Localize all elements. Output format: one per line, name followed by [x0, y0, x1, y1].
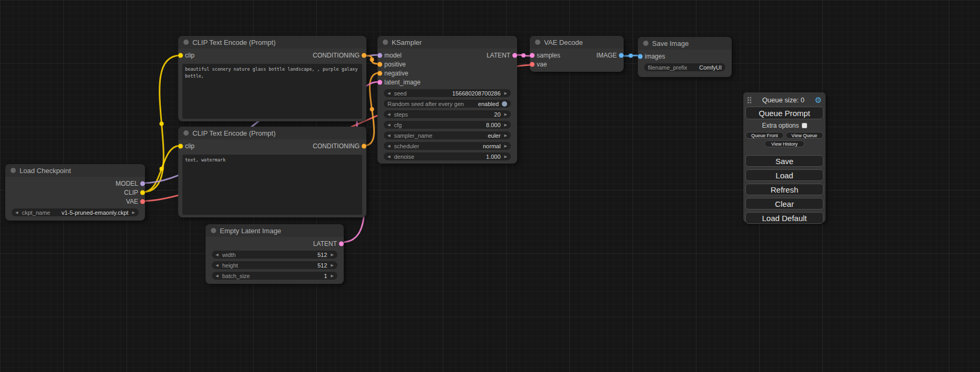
- output-dot-latent[interactable]: [339, 241, 344, 246]
- output-dot-image[interactable]: [619, 53, 624, 58]
- node-clip-text-encode-negative[interactable]: CLIP Text Encode (Prompt) clip CONDITION…: [178, 127, 366, 217]
- extra-options-checkbox[interactable]: [802, 123, 807, 128]
- widget-label: filename_prefix: [648, 64, 687, 71]
- node-title: Save Image: [652, 40, 688, 47]
- view-history-button[interactable]: View History: [764, 140, 804, 147]
- node-load-checkpoint[interactable]: Load Checkpoint MODEL CLIP VAE ◀ ckpt_na…: [5, 164, 145, 221]
- prompt-textarea[interactable]: beautiful scenery nature glass bottle la…: [182, 64, 362, 119]
- increment-arrow-icon[interactable]: ▶: [132, 211, 135, 214]
- decrement-arrow-icon[interactable]: ◀: [15, 211, 18, 214]
- decrement-arrow-icon[interactable]: ◀: [387, 155, 390, 158]
- increment-arrow-icon[interactable]: ▶: [504, 91, 507, 95]
- output-dot-conditioning[interactable]: [362, 53, 366, 58]
- link-wire: [143, 55, 180, 192]
- increment-arrow-icon[interactable]: ▶: [504, 123, 507, 127]
- input-dot-latent-image[interactable]: [377, 80, 382, 84]
- filename-prefix-widget[interactable]: filename_prefix ComfyUI: [644, 63, 725, 71]
- decrement-arrow-icon[interactable]: ◀: [387, 123, 390, 127]
- output-dot-clip[interactable]: [140, 190, 145, 195]
- steps-widget[interactable]: ◀ steps 20 ▶: [384, 110, 511, 118]
- increment-arrow-icon[interactable]: ▶: [504, 155, 507, 158]
- collapse-dot-icon[interactable]: [211, 228, 216, 233]
- increment-arrow-icon[interactable]: ▶: [331, 274, 334, 278]
- random-seed-toggle-widget[interactable]: Random seed after every gen enabled: [384, 100, 511, 108]
- collapse-dot-icon[interactable]: [535, 40, 540, 45]
- output-dot-model[interactable]: [140, 181, 145, 186]
- node-title-bar[interactable]: Save Image: [638, 37, 732, 50]
- widget-value: 512: [317, 262, 327, 269]
- node-vae-decode[interactable]: VAE Decode samples IMAGE vae: [530, 36, 624, 72]
- wire-midpoint-dot: [160, 167, 164, 171]
- queue-prompt-button[interactable]: Queue Prompt: [745, 107, 823, 119]
- node-title-bar[interactable]: Load Checkpoint: [5, 164, 145, 177]
- node-title-bar[interactable]: CLIP Text Encode (Prompt): [178, 127, 366, 139]
- sampler-name-widget[interactable]: ◀ sampler_name euler ▶: [384, 131, 511, 139]
- input-dot-clip[interactable]: [178, 144, 183, 148]
- decrement-arrow-icon[interactable]: ◀: [216, 263, 218, 267]
- view-queue-button[interactable]: View Queue: [785, 132, 824, 139]
- queue-front-button[interactable]: Queue Front: [745, 132, 784, 139]
- input-dot-clip[interactable]: [178, 53, 183, 58]
- input-dot-negative[interactable]: [377, 71, 382, 75]
- output-dot-vae[interactable]: [140, 199, 145, 204]
- node-empty-latent-image[interactable]: Empty Latent Image LATENT ◀ width 512 ▶ …: [206, 224, 344, 284]
- node-title-bar[interactable]: Empty Latent Image: [206, 224, 344, 237]
- node-clip-text-encode-positive[interactable]: CLIP Text Encode (Prompt) clip CONDITION…: [178, 36, 366, 121]
- node-title-bar[interactable]: CLIP Text Encode (Prompt): [178, 36, 366, 49]
- input-dot-vae[interactable]: [530, 62, 535, 66]
- collapse-dot-icon[interactable]: [383, 40, 388, 45]
- width-widget[interactable]: ◀ width 512 ▶: [212, 251, 337, 259]
- node-ksampler[interactable]: KSampler model LATENT positive negative …: [377, 36, 517, 164]
- ckpt-name-widget[interactable]: ◀ ckpt_name v1-5-pruned-emaonly.ckpt ▶: [12, 208, 139, 216]
- widget-label: scheduler: [394, 143, 419, 149]
- drag-handle-icon[interactable]: [747, 97, 752, 103]
- clear-button[interactable]: Clear: [745, 198, 823, 209]
- prompt-textarea[interactable]: text, watermark: [182, 155, 362, 215]
- collapse-dot-icon[interactable]: [183, 130, 189, 136]
- decrement-arrow-icon[interactable]: ◀: [387, 133, 390, 137]
- input-dot-model[interactable]: [377, 53, 382, 58]
- decrement-arrow-icon[interactable]: ◀: [216, 253, 218, 256]
- node-graph-canvas[interactable]: Load Checkpoint MODEL CLIP VAE ◀ ckpt_na…: [0, 0, 980, 372]
- collapse-dot-icon[interactable]: [643, 41, 648, 46]
- height-widget[interactable]: ◀ height 512 ▶: [212, 261, 337, 269]
- increment-arrow-icon[interactable]: ▶: [331, 253, 334, 256]
- node-save-image[interactable]: Save Image images filename_prefix ComfyU…: [638, 37, 732, 77]
- output-label-latent: LATENT: [487, 52, 510, 59]
- collapse-dot-icon[interactable]: [11, 168, 16, 173]
- settings-gear-icon[interactable]: ⚙: [815, 96, 822, 104]
- input-dot-images[interactable]: [638, 54, 643, 59]
- widget-value: 1: [324, 273, 327, 279]
- input-dot-samples[interactable]: [530, 53, 535, 58]
- input-dot-positive[interactable]: [377, 62, 382, 66]
- node-title-bar[interactable]: KSampler: [377, 36, 517, 49]
- decrement-arrow-icon[interactable]: ◀: [216, 274, 218, 278]
- widget-value: normal: [483, 143, 501, 149]
- toggle-ball-icon[interactable]: [502, 101, 507, 107]
- decrement-arrow-icon[interactable]: ◀: [387, 144, 390, 148]
- decrement-arrow-icon[interactable]: ◀: [387, 112, 390, 116]
- load-button[interactable]: Load: [745, 169, 823, 181]
- seed-widget[interactable]: ◀ seed 156680208700286 ▶: [384, 89, 511, 97]
- increment-arrow-icon[interactable]: ▶: [504, 133, 507, 137]
- input-label-clip: clip: [185, 142, 195, 150]
- save-button[interactable]: Save: [745, 155, 823, 167]
- cfg-widget[interactable]: ◀ cfg 8.000 ▶: [384, 121, 511, 129]
- widget-label: Random seed after every gen: [387, 101, 464, 107]
- increment-arrow-icon[interactable]: ▶: [504, 112, 507, 116]
- slot-row: images: [638, 52, 732, 61]
- denoise-widget[interactable]: ◀ denoise 1.000 ▶: [384, 152, 511, 160]
- menu-spacer: [745, 147, 823, 152]
- node-title-bar[interactable]: VAE Decode: [530, 36, 624, 49]
- load-default-button[interactable]: Load Default: [745, 212, 823, 224]
- decrement-arrow-icon[interactable]: ◀: [387, 91, 390, 95]
- node-title: Empty Latent Image: [220, 227, 281, 235]
- batch-size-widget[interactable]: ◀ batch_size 1 ▶: [212, 272, 337, 280]
- output-dot-latent[interactable]: [512, 53, 517, 58]
- scheduler-widget[interactable]: ◀ scheduler normal ▶: [384, 142, 511, 150]
- refresh-button[interactable]: Refresh: [745, 184, 823, 195]
- collapse-dot-icon[interactable]: [183, 40, 189, 45]
- output-dot-conditioning[interactable]: [362, 144, 366, 148]
- increment-arrow-icon[interactable]: ▶: [504, 144, 507, 148]
- increment-arrow-icon[interactable]: ▶: [331, 263, 334, 267]
